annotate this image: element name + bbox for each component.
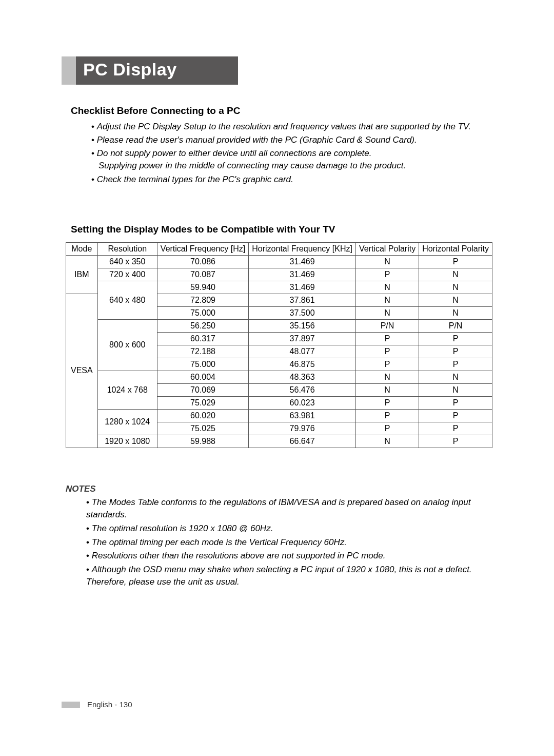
- cell-vertical-polarity: P: [355, 345, 419, 358]
- cell-horizontal-polarity: N: [419, 306, 492, 319]
- cell-vertical-polarity: N: [355, 255, 419, 268]
- cell-vertical-frequency: 59.940: [157, 281, 248, 294]
- cell-resolution: 640 x 480: [97, 281, 157, 319]
- cell-horizontal-polarity: N: [419, 383, 492, 396]
- cell-horizontal-frequency: 31.469: [249, 255, 356, 268]
- cell-vertical-polarity: N: [355, 371, 419, 383]
- cell-vertical-polarity: P: [355, 409, 419, 422]
- page-title: PC Display: [76, 56, 238, 85]
- cell-vertical-frequency: 72.809: [157, 294, 248, 306]
- cell-horizontal-frequency: 31.469: [249, 268, 356, 281]
- checklist-item: Do not supply power to either device unt…: [91, 147, 492, 172]
- modes-header-row: Mode Resolution Vertical Frequency [Hz] …: [66, 242, 492, 255]
- table-row: 800 x 60056.25035.156P/NP/N: [66, 319, 492, 332]
- cell-vertical-frequency: 75.029: [157, 396, 248, 409]
- table-row: 640 x 48059.94031.469NN: [66, 281, 492, 294]
- cell-vertical-frequency: 59.988: [157, 435, 248, 448]
- cell-horizontal-polarity: N: [419, 371, 492, 383]
- notes-item: The optimal timing per each mode is the …: [86, 536, 492, 549]
- modes-table: Mode Resolution Vertical Frequency [Hz] …: [66, 242, 492, 448]
- cell-vertical-polarity: P: [355, 396, 419, 409]
- cell-vertical-frequency: 60.317: [157, 332, 248, 345]
- cell-vertical-polarity: P/N: [355, 319, 419, 332]
- cell-vertical-polarity: N: [355, 383, 419, 396]
- cell-resolution: 1920 x 1080: [97, 435, 157, 448]
- cell-horizontal-polarity: P: [419, 409, 492, 422]
- cell-horizontal-frequency: 56.476: [249, 383, 356, 396]
- cell-vertical-polarity: P: [355, 268, 419, 281]
- cell-horizontal-frequency: 37.500: [249, 306, 356, 319]
- cell-vertical-polarity: P: [355, 358, 419, 371]
- checklist-item: Please read the user's manual provided w…: [91, 134, 492, 146]
- section-heading-checklist: Checklist Before Connecting to a PC: [71, 105, 492, 117]
- cell-vertical-frequency: 75.025: [157, 422, 248, 435]
- table-row: 720 x 40070.08731.469PN: [66, 268, 492, 281]
- cell-horizontal-frequency: 79.976: [249, 422, 356, 435]
- cell-horizontal-frequency: 66.647: [249, 435, 356, 448]
- cell-horizontal-frequency: 60.023: [249, 396, 356, 409]
- cell-resolution: 1280 x 1024: [97, 409, 157, 435]
- cell-vertical-frequency: 60.004: [157, 371, 248, 383]
- cell-horizontal-frequency: 48.077: [249, 345, 356, 358]
- cell-horizontal-polarity: N: [419, 268, 492, 281]
- table-row: 1280 x 102460.02063.981PP: [66, 409, 492, 422]
- cell-resolution: 800 x 600: [97, 319, 157, 371]
- cell-vertical-frequency: 70.087: [157, 268, 248, 281]
- footer-accent-swatch: [62, 702, 80, 708]
- cell-resolution: 640 x 350: [97, 255, 157, 268]
- notes-heading: NOTES: [66, 484, 492, 494]
- page-footer: English - 130: [62, 700, 132, 709]
- cell-mode: VESA: [66, 294, 98, 448]
- cell-resolution: 1024 x 768: [97, 371, 157, 409]
- title-accent-swatch: [62, 56, 76, 85]
- table-row: IBM640 x 35070.08631.469NP: [66, 255, 492, 268]
- th-horizontal-frequency: Horizontal Frequency [KHz]: [249, 242, 356, 255]
- notes-item: The optimal resolution is 1920 x 1080 @ …: [86, 522, 492, 535]
- cell-horizontal-polarity: P: [419, 396, 492, 409]
- checklist-list: Adjust the PC Display Setup to the resol…: [71, 121, 492, 186]
- th-mode: Mode: [66, 242, 98, 255]
- notes-item: Although the OSD menu may shake when sel…: [86, 564, 492, 589]
- notes-list: The Modes Table conforms to the regulati…: [66, 496, 492, 589]
- cell-horizontal-polarity: P: [419, 255, 492, 268]
- cell-horizontal-frequency: 37.861: [249, 294, 356, 306]
- th-vertical-frequency: Vertical Frequency [Hz]: [157, 242, 248, 255]
- cell-vertical-frequency: 56.250: [157, 319, 248, 332]
- th-horizontal-polarity: Horizontal Polarity: [419, 242, 492, 255]
- cell-horizontal-frequency: 37.897: [249, 332, 356, 345]
- cell-horizontal-polarity: N: [419, 281, 492, 294]
- cell-vertical-polarity: N: [355, 281, 419, 294]
- table-row: 1920 x 108059.98866.647NP: [66, 435, 492, 448]
- cell-horizontal-polarity: P/N: [419, 319, 492, 332]
- cell-horizontal-frequency: 46.875: [249, 358, 356, 371]
- cell-vertical-frequency: 60.020: [157, 409, 248, 422]
- cell-horizontal-polarity: P: [419, 435, 492, 448]
- cell-horizontal-frequency: 63.981: [249, 409, 356, 422]
- th-vertical-polarity: Vertical Polarity: [355, 242, 419, 255]
- cell-vertical-frequency: 75.000: [157, 306, 248, 319]
- page: PC Display Checklist Before Connecting t…: [0, 0, 554, 756]
- cell-vertical-polarity: P: [355, 422, 419, 435]
- cell-mode: IBM: [66, 255, 98, 294]
- checklist-item: Adjust the PC Display Setup to the resol…: [91, 121, 492, 133]
- footer-text: English - 130: [87, 700, 132, 709]
- cell-horizontal-frequency: 35.156: [249, 319, 356, 332]
- cell-vertical-polarity: N: [355, 306, 419, 319]
- cell-vertical-polarity: N: [355, 294, 419, 306]
- cell-horizontal-frequency: 31.469: [249, 281, 356, 294]
- cell-vertical-frequency: 72.188: [157, 345, 248, 358]
- notes-item: Resolutions other than the resolutions a…: [86, 550, 492, 563]
- title-row: PC Display: [62, 56, 492, 85]
- cell-horizontal-polarity: N: [419, 294, 492, 306]
- notes-item: The Modes Table conforms to the regulati…: [86, 496, 492, 521]
- cell-vertical-frequency: 75.000: [157, 358, 248, 371]
- cell-horizontal-polarity: P: [419, 345, 492, 358]
- th-resolution: Resolution: [97, 242, 157, 255]
- cell-vertical-frequency: 70.086: [157, 255, 248, 268]
- cell-horizontal-polarity: P: [419, 332, 492, 345]
- checklist-item: Check the terminal types for the PC's gr…: [91, 173, 492, 186]
- section-heading-modes: Setting the Display Modes to be Compatib…: [71, 224, 492, 235]
- cell-horizontal-polarity: P: [419, 422, 492, 435]
- cell-vertical-frequency: 70.069: [157, 383, 248, 396]
- cell-horizontal-polarity: P: [419, 358, 492, 371]
